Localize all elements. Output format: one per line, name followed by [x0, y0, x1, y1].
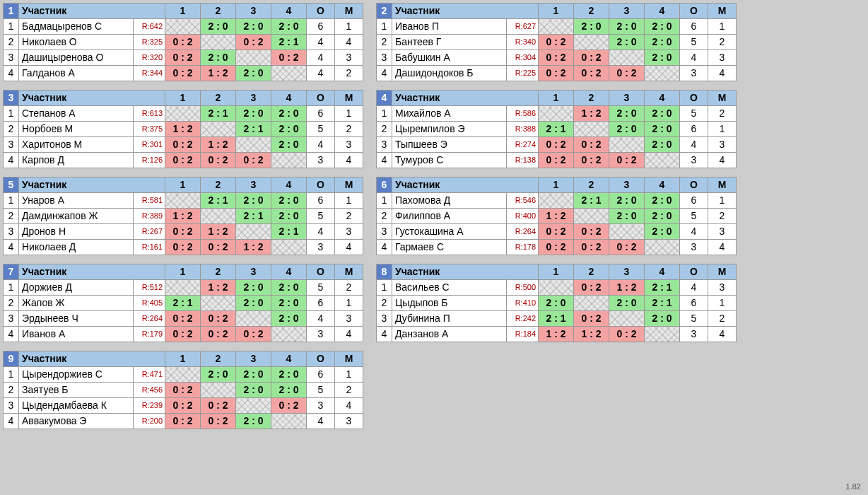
player-index: 2 [4, 383, 19, 398]
player-place: 2 [335, 383, 363, 398]
round-header: 2 [574, 4, 609, 19]
round-header: 3 [236, 4, 271, 19]
player-points: 3 [307, 153, 335, 168]
points-header: О [680, 177, 708, 193]
player-name: Цырендоржиев С [19, 367, 134, 383]
score-self [165, 19, 201, 35]
player-points: 6 [307, 106, 335, 122]
score-cell: 0 : 2 [539, 66, 574, 81]
score-cell: 2 : 0 [609, 193, 645, 209]
place-header: М [335, 91, 363, 106]
score-self [645, 327, 680, 342]
player-place: 1 [708, 193, 737, 209]
round-header: 1 [165, 177, 201, 193]
player-rating: R:179 [134, 327, 165, 342]
round-header: 2 [574, 91, 609, 106]
player-index: 4 [4, 153, 19, 168]
points-header: О [307, 177, 335, 193]
player-name: Норбоев М [19, 122, 134, 137]
player-name: Бантеев Г [392, 35, 507, 50]
player-place: 2 [708, 311, 737, 327]
player-rating: R:613 [134, 106, 165, 122]
player-index: 2 [377, 122, 392, 137]
score-cell: 2 : 0 [645, 50, 680, 66]
round-header: 3 [609, 177, 645, 193]
score-cell: 0 : 2 [539, 153, 574, 168]
player-place: 3 [708, 137, 737, 153]
points-header: О [307, 264, 335, 280]
score-cell: 2 : 1 [539, 311, 574, 327]
score-cell: 0 : 2 [236, 153, 271, 168]
player-index: 3 [377, 311, 392, 327]
player-row: 3Дронов НR:2670 : 21 : 22 : 143 [4, 224, 363, 240]
score-cell: 2 : 0 [271, 311, 307, 327]
player-points: 4 [307, 311, 335, 327]
score-cell: 0 : 2 [201, 414, 236, 429]
player-place: 4 [335, 153, 363, 168]
player-row: 4Дашидондоков БR:2250 : 20 : 20 : 234 [377, 66, 737, 81]
player-rating: R:456 [134, 383, 165, 398]
player-place: 3 [708, 224, 737, 240]
player-place: 1 [335, 106, 363, 122]
group-table: 8Участник1234ОМ1Васильев СR:5000 : 21 : … [376, 264, 737, 342]
score-cell: 2 : 0 [574, 19, 609, 35]
score-cell: 1 : 2 [539, 327, 574, 342]
player-index: 2 [4, 209, 19, 224]
player-index: 1 [377, 19, 392, 35]
score-cell: 2 : 0 [539, 296, 574, 311]
group-table: 6Участник1234ОМ1Пахомова ДR:5462 : 12 : … [376, 177, 737, 255]
score-cell: 0 : 2 [539, 50, 574, 66]
score-self [165, 193, 201, 209]
score-cell: 2 : 0 [236, 367, 271, 383]
player-row: 2Дамдинжапов ЖR:3891 : 22 : 12 : 052 [4, 209, 363, 224]
player-row: 1Васильев СR:5000 : 21 : 22 : 143 [377, 280, 737, 296]
player-name: Степанов А [19, 106, 134, 122]
score-cell: 2 : 0 [609, 122, 645, 137]
score-cell: 2 : 0 [645, 209, 680, 224]
player-place: 2 [708, 209, 737, 224]
score-self [201, 296, 236, 311]
round-header: 3 [609, 4, 645, 19]
player-points: 6 [307, 19, 335, 35]
version-label: 1.82 [846, 482, 861, 491]
player-points: 6 [307, 193, 335, 209]
score-cell: 0 : 2 [539, 35, 574, 50]
score-cell: 2 : 0 [201, 367, 236, 383]
score-cell: 2 : 0 [271, 367, 307, 383]
round-header: 3 [236, 91, 271, 106]
player-name: Васильев С [392, 280, 507, 296]
score-cell: 1 : 2 [574, 106, 609, 122]
player-place: 4 [335, 398, 363, 414]
player-rating: R:340 [507, 35, 539, 50]
player-name: Жапов Ж [19, 296, 134, 311]
score-cell: 2 : 1 [236, 209, 271, 224]
group-table: 5Участник1234ОМ1Унаров АR:5812 : 12 : 02… [3, 177, 363, 255]
player-row: 1Цырендоржиев СR:4712 : 02 : 02 : 061 [4, 367, 363, 383]
player-rating: R:471 [134, 367, 165, 383]
player-points: 3 [307, 398, 335, 414]
group-header-row: 8Участник1234ОМ [377, 264, 737, 280]
player-index: 2 [4, 122, 19, 137]
round-header: 3 [236, 351, 271, 367]
player-points: 4 [680, 280, 708, 296]
player-rating: R:126 [134, 153, 165, 168]
score-cell: 2 : 0 [236, 280, 271, 296]
player-index: 4 [377, 240, 392, 255]
player-index: 2 [377, 35, 392, 50]
player-name: Цыдыпов Б [392, 296, 507, 311]
player-rating: R:264 [134, 311, 165, 327]
player-name: Михайлов А [392, 106, 507, 122]
player-points: 6 [680, 296, 708, 311]
player-place: 1 [335, 296, 363, 311]
player-index: 3 [4, 137, 19, 153]
player-place: 1 [708, 296, 737, 311]
round-header: 1 [165, 91, 201, 106]
score-cell: 2 : 0 [645, 122, 680, 137]
points-header: О [307, 351, 335, 367]
player-index: 2 [4, 35, 19, 50]
player-rating: R:405 [134, 296, 165, 311]
round-header: 2 [201, 177, 236, 193]
player-place: 3 [708, 50, 737, 66]
player-points: 4 [680, 50, 708, 66]
score-self [574, 209, 609, 224]
